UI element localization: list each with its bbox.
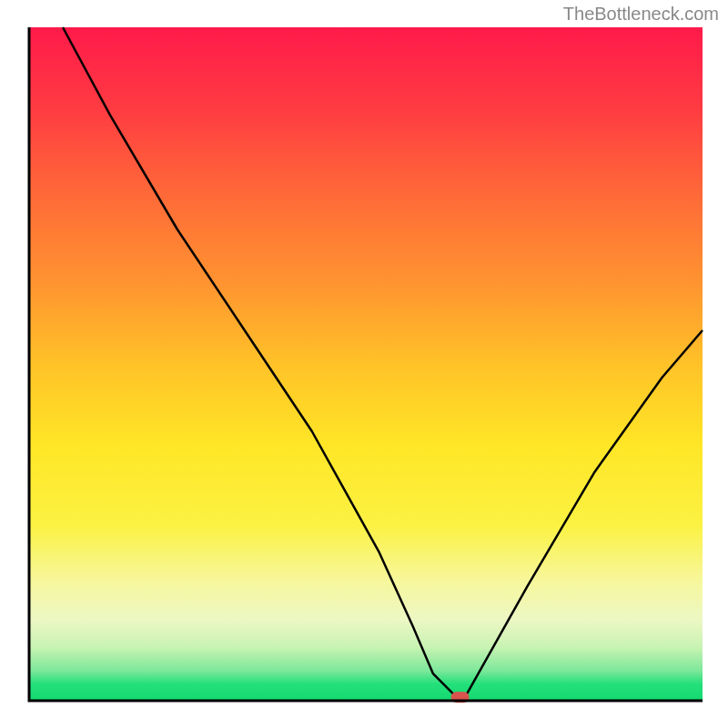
watermark-text: TheBottleneck.com <box>563 4 719 25</box>
plot-background <box>29 27 703 701</box>
bottleneck-chart <box>0 0 728 728</box>
chart-container: TheBottleneck.com <box>0 0 728 728</box>
